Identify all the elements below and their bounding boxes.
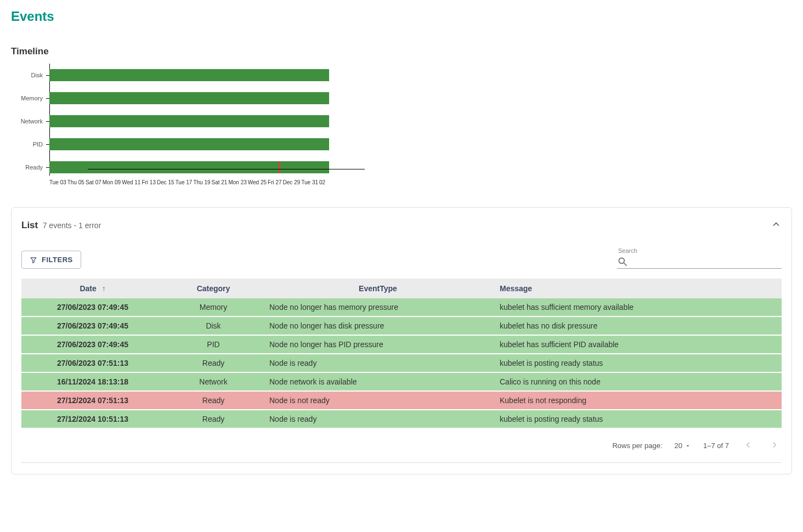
timeline-title: Timeline — [11, 46, 792, 57]
chevron-right-icon — [770, 440, 779, 450]
collapse-toggle[interactable] — [771, 219, 782, 232]
cell-eventtype: Node no longer has PID pressure — [263, 335, 493, 354]
timeline-category-label: Memory — [11, 95, 46, 101]
col-message[interactable]: Message — [493, 279, 782, 298]
cell-message: Calico is running on this node — [493, 372, 782, 391]
cell-date: 27/12/2024 07:51:13 — [21, 391, 164, 410]
cell-date: 27/06/2023 07:51:13 — [21, 354, 164, 372]
cell-category: Memory — [164, 298, 263, 316]
cell-category: Ready — [164, 391, 263, 410]
col-date[interactable]: Date ↑ — [21, 279, 164, 298]
cell-date: 16/11/2024 18:13:18 — [21, 372, 164, 391]
timeline-x-ticks: Tue 03Thu 05Sat 07Mon 09Wed 11Fri 13Dec … — [49, 179, 326, 185]
timeline-row: Disk — [11, 64, 329, 87]
chevron-left-icon — [743, 440, 753, 450]
filter-icon — [30, 256, 37, 264]
cell-date: 27/12/2024 10:51:13 — [21, 410, 164, 428]
timeline-section: Timeline DiskMemoryNetworkPIDReady Tue 0… — [11, 46, 792, 185]
search-icon — [617, 256, 628, 267]
svg-line-1 — [624, 263, 627, 266]
table-row[interactable]: 27/12/2024 07:51:13ReadyNode is not read… — [21, 391, 782, 410]
events-list-card: List 7 events - 1 error FILTERS Search — [11, 207, 792, 474]
cell-category: Ready — [164, 354, 263, 372]
page-range: 1–7 of 7 — [703, 442, 729, 450]
cell-eventtype: Node is ready — [263, 354, 493, 372]
timeline-row: Memory — [11, 87, 329, 110]
timeline-row: Network — [11, 110, 329, 133]
table-row[interactable]: 27/06/2023 07:51:13ReadyNode is readykub… — [21, 354, 782, 372]
timeline-bar — [49, 161, 329, 173]
cell-message: kubelet has sufficient PID available — [493, 335, 782, 354]
timeline-row: Ready — [11, 156, 329, 179]
events-table: Date ↑ Category EventType Message 27/06/… — [21, 279, 782, 429]
cell-category: PID — [164, 335, 263, 354]
cell-category: Ready — [164, 410, 263, 428]
cell-date: 27/06/2023 07:49:45 — [21, 298, 164, 316]
timeline-category-label: Disk — [11, 72, 46, 78]
timeline-bar — [49, 69, 329, 81]
cell-date: 27/06/2023 07:49:45 — [21, 316, 164, 335]
cell-eventtype: Node no longer has disk pressure — [263, 316, 493, 335]
search-group: Search — [617, 247, 782, 269]
timeline-bar — [49, 115, 329, 127]
timeline-x-axis — [88, 169, 365, 169]
pagination: Rows per page: 20 1–7 of 7 — [21, 438, 782, 463]
rows-per-page-label: Rows per page: — [612, 442, 662, 450]
cell-category: Network — [164, 372, 263, 391]
chevron-up-icon — [771, 219, 782, 230]
rows-per-page-select[interactable]: 20 — [675, 442, 691, 450]
table-row[interactable]: 27/06/2023 07:49:45DiskNode no longer ha… — [21, 316, 782, 335]
cell-message: kubelet has no disk pressure — [493, 316, 782, 335]
cell-message: kubelet has sufficient memory available — [493, 298, 782, 316]
timeline-category-label: Ready — [11, 164, 46, 171]
timeline-category-label: PID — [11, 141, 46, 148]
table-row[interactable]: 16/11/2024 18:13:18NetworkNode network i… — [21, 372, 782, 391]
timeline-row: PID — [11, 133, 329, 156]
search-label: Search — [617, 247, 782, 254]
prev-page-button[interactable] — [741, 438, 755, 454]
cell-date: 27/06/2023 07:49:45 — [21, 335, 164, 354]
timeline-bar — [49, 138, 329, 150]
cell-message: kubelet is posting ready status — [493, 410, 782, 428]
timeline-category-label: Network — [11, 118, 46, 124]
cell-category: Disk — [164, 316, 263, 335]
filters-button[interactable]: FILTERS — [21, 251, 81, 269]
svg-point-0 — [619, 258, 624, 263]
table-row[interactable]: 27/06/2023 07:49:45PIDNode no longer has… — [21, 335, 782, 354]
timeline-bar — [49, 92, 329, 104]
timeline-chart: DiskMemoryNetworkPIDReady Tue 03Thu 05Sa… — [11, 64, 329, 185]
next-page-button[interactable] — [767, 438, 782, 454]
cell-eventtype: Node is not ready — [263, 391, 493, 410]
cell-message: kubelet is posting ready status — [493, 354, 782, 372]
table-row[interactable]: 27/06/2023 07:49:45MemoryNode no longer … — [21, 298, 782, 316]
page-title: Events — [11, 9, 792, 24]
dropdown-arrow-icon — [685, 443, 691, 449]
col-eventtype[interactable]: EventType — [263, 279, 493, 298]
table-row[interactable]: 27/12/2024 10:51:13ReadyNode is readykub… — [21, 410, 782, 428]
cell-eventtype: Node network is available — [263, 372, 493, 391]
list-title: List — [21, 220, 38, 230]
filters-button-label: FILTERS — [42, 256, 73, 264]
timeline-error-marker — [279, 161, 280, 173]
cell-eventtype: Node no longer has memory pressure — [263, 298, 493, 316]
list-summary: 7 events - 1 error — [43, 221, 101, 230]
cell-eventtype: Node is ready — [263, 410, 493, 428]
cell-message: Kubelet is not responding — [493, 391, 782, 410]
col-category[interactable]: Category — [164, 279, 263, 298]
sort-asc-icon: ↑ — [102, 284, 106, 293]
search-input[interactable] — [631, 257, 782, 266]
